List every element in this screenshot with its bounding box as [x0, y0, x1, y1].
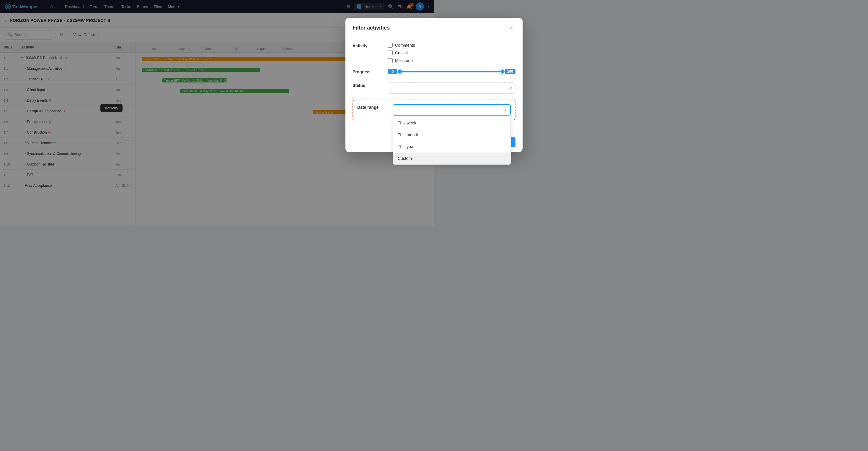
activity-checkboxes: Comments Critical Milestone — [388, 43, 434, 63]
date-range-option-this-month[interactable]: This month — [393, 129, 434, 141]
modal-body: Activity Comments Critical Milestone — [345, 37, 434, 132]
status-filter-row: Status ▾ — [352, 82, 434, 94]
status-content: ▾ — [388, 82, 434, 94]
milestone-label[interactable]: Milestone — [395, 58, 413, 63]
date-range-option-custom[interactable]: Custom — [393, 152, 434, 164]
critical-checkbox[interactable] — [388, 51, 393, 55]
date-range-row: Date range ▴ This week This month This y… — [357, 104, 434, 116]
progress-min-thumb[interactable] — [397, 69, 402, 74]
progress-filter-row: Progress 0 100 — [352, 69, 434, 77]
activity-filter-row: Activity Comments Critical Milestone — [352, 43, 434, 63]
date-range-section: Date range ▴ This week This month This y… — [352, 100, 434, 120]
comments-label[interactable]: Comments — [395, 43, 415, 48]
comments-checkbox-item: Comments — [388, 43, 434, 48]
milestone-checkbox[interactable] — [388, 58, 393, 63]
milestone-checkbox-item: Milestone — [388, 58, 434, 63]
critical-checkbox-item: Critical — [388, 51, 434, 55]
date-range-trigger[interactable]: ▴ — [393, 104, 434, 116]
status-select[interactable]: ▾ — [388, 82, 434, 94]
status-filter-label: Status — [352, 82, 388, 88]
date-range-label: Date range — [357, 104, 393, 110]
filter-modal: Filter activities × Activity Comments Cr… — [345, 18, 434, 152]
progress-filter-label: Progress — [352, 69, 388, 74]
critical-label[interactable]: Critical — [395, 51, 408, 55]
comments-checkbox[interactable] — [388, 43, 393, 48]
progress-min-badge: 0 — [388, 69, 397, 74]
date-range-dropdown: ▴ This week This month This year Custom — [393, 104, 434, 116]
modal-overlay: Filter activities × Activity Comments Cr… — [0, 0, 434, 225]
progress-content: 0 100 — [388, 69, 434, 77]
date-range-option-this-year[interactable]: This year — [393, 141, 434, 152]
modal-header: Filter activities × — [345, 18, 434, 37]
date-range-option-this-week[interactable]: This week — [393, 117, 434, 129]
activity-filter-label: Activity — [352, 43, 388, 48]
date-range-menu: This week This month This year Custom — [393, 117, 434, 165]
modal-title: Filter activities — [352, 25, 390, 31]
